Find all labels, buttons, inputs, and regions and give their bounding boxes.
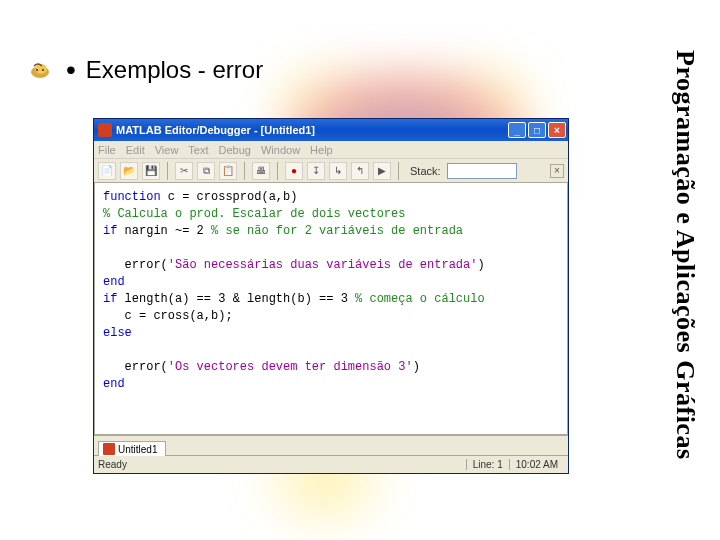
svg-point-3 [42, 69, 44, 71]
code-comment: % Calcula o prod. Escalar de dois vector… [103, 207, 405, 221]
matlab-doc-icon [103, 443, 115, 455]
toolbar: 📄 📂 💾 ✂ ⧉ 📋 🖶 ● ↧ ↳ ↰ ▶ Stack: × [94, 159, 568, 183]
menu-view[interactable]: View [155, 144, 179, 156]
code-text: length(a) == 3 & length(b) == 3 [117, 292, 355, 306]
editor-window: MATLAB Editor/Debugger - [Untitled1] _ □… [93, 118, 569, 474]
code-keyword: if [103, 224, 117, 238]
code-string: 'Os vectores devem ter dimensão 3' [168, 360, 413, 374]
new-file-icon[interactable]: 📄 [98, 162, 116, 180]
code-text: c = cross(a,b); [103, 309, 233, 323]
menubar: File Edit View Text Debug Window Help [94, 141, 568, 159]
code-string: 'São necessárias duas variáveis de entra… [168, 258, 478, 272]
save-icon[interactable]: 💾 [142, 162, 160, 180]
status-text: Ready [98, 459, 466, 470]
cut-icon[interactable]: ✂ [175, 162, 193, 180]
code-text: nargin ~= 2 [117, 224, 211, 238]
menu-debug[interactable]: Debug [219, 144, 251, 156]
stack-dropdown[interactable] [447, 163, 517, 179]
run-icon[interactable]: ▶ [373, 162, 391, 180]
code-comment: % começa o cálculo [355, 292, 485, 306]
step-in-icon[interactable]: ↳ [329, 162, 347, 180]
window-controls: _ □ × [508, 122, 566, 138]
code-text: ) [477, 258, 484, 272]
toolbar-separator [398, 162, 399, 180]
status-time: 10:02 AM [509, 459, 564, 470]
code-editor[interactable]: function c = crossprod(a,b) % Calcula o … [94, 183, 568, 435]
document-tab[interactable]: Untitled1 [98, 441, 166, 456]
doc-close-icon[interactable]: × [550, 164, 564, 178]
code-text: error( [103, 258, 168, 272]
code-keyword: end [103, 377, 125, 391]
svg-point-2 [36, 69, 38, 71]
code-keyword: else [103, 326, 132, 340]
status-line: Line: 1 [466, 459, 509, 470]
titlebar[interactable]: MATLAB Editor/Debugger - [Untitled1] _ □… [94, 119, 568, 141]
menu-edit[interactable]: Edit [126, 144, 145, 156]
document-tab-label: Untitled1 [118, 444, 157, 455]
step-icon[interactable]: ↧ [307, 162, 325, 180]
copy-icon[interactable]: ⧉ [197, 162, 215, 180]
code-keyword: if [103, 292, 117, 306]
slide-header: • Exemplos - error [30, 56, 263, 84]
maximize-button[interactable]: □ [528, 122, 546, 138]
code-text: c = crossprod(a,b) [161, 190, 298, 204]
breakpoint-icon[interactable]: ● [285, 162, 303, 180]
menu-text[interactable]: Text [188, 144, 208, 156]
statusbar: Ready Line: 1 10:02 AM [94, 455, 568, 473]
minimize-button[interactable]: _ [508, 122, 526, 138]
side-title: Programação e Aplicações Gráficas [670, 50, 700, 460]
open-file-icon[interactable]: 📂 [120, 162, 138, 180]
code-text: ) [413, 360, 420, 374]
toolbar-separator [277, 162, 278, 180]
slide-title: Exemplos - error [86, 56, 263, 84]
code-text: error( [103, 360, 168, 374]
menu-window[interactable]: Window [261, 144, 300, 156]
document-tab-bar: Untitled1 [94, 435, 568, 455]
code-keyword: function [103, 190, 161, 204]
stack-label: Stack: [410, 165, 441, 177]
print-icon[interactable]: 🖶 [252, 162, 270, 180]
close-button[interactable]: × [548, 122, 566, 138]
window-title: MATLAB Editor/Debugger - [Untitled1] [116, 124, 508, 136]
slide-bullet-icon [30, 60, 56, 80]
paste-icon[interactable]: 📋 [219, 162, 237, 180]
toolbar-separator [244, 162, 245, 180]
menu-help[interactable]: Help [310, 144, 333, 156]
code-comment: % se não for 2 variáveis de entrada [211, 224, 463, 238]
code-keyword: end [103, 275, 125, 289]
matlab-icon [98, 123, 112, 137]
menu-file[interactable]: File [98, 144, 116, 156]
toolbar-separator [167, 162, 168, 180]
step-out-icon[interactable]: ↰ [351, 162, 369, 180]
